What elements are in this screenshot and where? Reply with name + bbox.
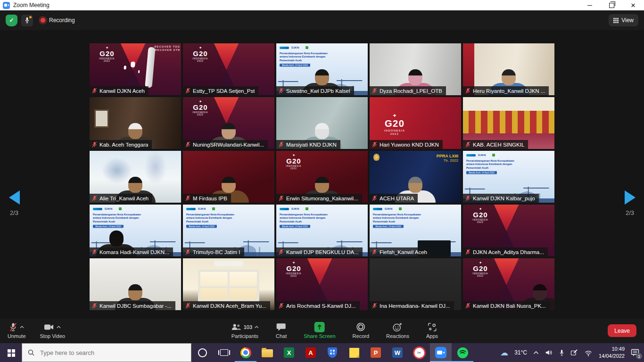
zoom-logo-icon <box>3 2 10 9</box>
window-controls: ✕ <box>579 0 644 10</box>
security-app-button[interactable] <box>322 343 343 362</box>
view-button[interactable]: View <box>609 14 638 26</box>
muted-mic-icon <box>91 249 98 255</box>
close-button[interactable]: ✕ <box>622 0 644 10</box>
participant-tile[interactable]: ✦ G20 INDONESIA2022 RECOVER TOGRECOVER S… <box>276 205 368 256</box>
volume-icon[interactable] <box>545 349 553 356</box>
participant-tile[interactable]: ✦ G20 INDONESIA2022 RECOVER TOGRECOVER S… <box>90 43 181 95</box>
sticky-notes-icon <box>349 348 359 358</box>
participant-tile[interactable]: ✦ G20 INDONESIA2022 RECOVER TOGRECOVER S… <box>183 97 274 149</box>
previous-page-control[interactable]: 2/3 <box>4 190 25 216</box>
participant-tile[interactable]: ✦ G20 INDONESIA2022 RECOVER TOGRECOVER S… <box>276 43 368 95</box>
wifi-icon[interactable] <box>584 349 593 356</box>
recording-indicator[interactable]: Recording <box>41 17 75 24</box>
temperature[interactable]: 31°C <box>514 349 527 356</box>
participant-name-tag: Dyza Rochadi_LPEI_OTB <box>370 86 446 95</box>
participant-tile[interactable]: ✦ G20 INDONESIA2022 RECOVER TOGRECOVER S… <box>370 205 461 256</box>
leave-button[interactable]: Leave <box>608 324 636 337</box>
cortana-icon <box>198 348 207 357</box>
eximbank-logo <box>280 208 289 210</box>
participant-tile[interactable]: ✦ G20 INDONESIA2022 RECOVER TOGRECOVER S… <box>463 97 554 149</box>
picture-frame <box>94 109 109 128</box>
participant-tile[interactable]: ✦ G20 INDONESIA2022 RECOVER TOGRECOVER S… <box>90 151 181 203</box>
participant-tile[interactable]: ✦ G20 INDONESIA2022 RECOVER TOGRECOVER S… <box>183 205 274 256</box>
participant-tile[interactable]: ✦ G20 INDONESIA2022 RECOVER TOGRECOVER S… <box>463 43 554 95</box>
participant-name: Kab. Aceh Tenggara <box>99 142 148 148</box>
taskbar-clock[interactable]: 10:49 14/04/2022 <box>599 346 625 360</box>
djkn-logo: DJKN <box>198 207 206 211</box>
weather-icon[interactable]: ☁ <box>500 349 508 357</box>
screen-capture-button[interactable]: ✂ <box>408 343 430 362</box>
task-view-button[interactable] <box>213 343 235 362</box>
action-center-button[interactable]: 1 <box>631 349 639 356</box>
search-input[interactable] <box>22 349 191 357</box>
zoom-app-icon <box>435 347 446 358</box>
tray-expand-caret-icon[interactable] <box>533 351 539 354</box>
participant-tile[interactable]: ✦ G20 INDONESIA2022 RECOVER TOGRECOVER S… <box>276 97 368 149</box>
file-explorer-button[interactable] <box>256 343 278 362</box>
next-page-control[interactable]: 2/3 <box>619 190 640 216</box>
restore-button[interactable] <box>601 0 622 10</box>
zoom-app-button[interactable] <box>430 343 452 362</box>
tray-mic-icon[interactable] <box>559 349 564 356</box>
participants-button[interactable]: 103 Participants <box>231 321 259 339</box>
muted-mic-icon <box>278 141 284 148</box>
acrobat-button[interactable]: A <box>300 343 322 362</box>
muted-mic-icon <box>278 88 284 94</box>
participant-name-tag: Kab. Aceh Tenggara <box>90 140 152 149</box>
participant-tile[interactable]: ✦ G20 INDONESIA2022 RECOVER TOGRECOVER S… <box>370 97 461 149</box>
participant-tile[interactable]: ✦ G20 INDONESIA2022 RECOVER TOGRECOVER S… <box>90 205 181 256</box>
participant-name: Trimulyo-BC Jatim I <box>193 249 240 255</box>
sticky-notes-button[interactable] <box>343 343 365 362</box>
reactions-button[interactable]: Reactions <box>386 321 409 339</box>
gold-emblem-icon <box>373 154 380 161</box>
participant-tile[interactable]: ✦ G20 INDONESIA2022 RECOVER TOGRECOVER S… <box>370 151 461 203</box>
participant-tile[interactable]: ✦ G20 INDONESIA2022 RECOVER TOGRECOVER S… <box>276 258 368 310</box>
apps-button[interactable]: Apps <box>426 321 438 339</box>
spotify-button[interactable] <box>452 343 473 362</box>
cortana-button[interactable] <box>191 343 213 362</box>
unmute-options-caret-icon[interactable] <box>20 326 24 329</box>
muted-mic-icon <box>91 141 98 148</box>
participant-tile[interactable]: ✦ G20 INDONESIA2022 RECOVER TOGRECOVER S… <box>183 151 274 203</box>
muted-mic-icon <box>372 303 378 309</box>
participant-tile[interactable]: ✦ G20 INDONESIA2022 RECOVER TOGRECOVER S… <box>183 258 274 310</box>
participant-tile[interactable]: ✦ G20 INDONESIA2022 RECOVER TOGRECOVER S… <box>90 258 181 310</box>
next-page-arrow-icon[interactable] <box>625 190 636 205</box>
participant-tile[interactable]: ✦ G20 INDONESIA2022 RECOVER TOGRECOVER S… <box>370 258 461 310</box>
minimize-button[interactable] <box>579 0 601 10</box>
participant-tile[interactable]: ✦ G20 INDONESIA2022 RECOVER TOGRECOVER S… <box>463 151 554 203</box>
start-button[interactable] <box>0 343 22 362</box>
mic-alert-dot <box>29 16 32 18</box>
windows-logo-icon <box>8 349 11 353</box>
participant-tile[interactable]: ✦ G20 INDONESIA2022 RECOVER TOGRECOVER S… <box>90 97 181 149</box>
video-options-caret-icon[interactable] <box>57 326 61 329</box>
muted-mic-icon <box>372 195 378 201</box>
unmute-button[interactable]: Unmute <box>8 321 26 339</box>
share-screen-button[interactable]: Share Screen <box>304 321 335 339</box>
participant-tile[interactable]: ✦ G20 INDONESIA2022 RECOVER TOGRECOVER S… <box>370 43 461 95</box>
participant-name: Kanwil DJP BENGKULU DA... <box>286 249 359 255</box>
stop-video-button[interactable]: Stop Video <box>40 321 66 339</box>
banner-date-pill: Banda Aceh, 14 April 2022 <box>466 171 497 174</box>
participant-tile[interactable]: ✦ G20 INDONESIA2022 RECOVER TOGRECOVER S… <box>463 205 554 256</box>
chat-button[interactable]: Chat <box>276 321 287 339</box>
participant-tile[interactable]: ✦ G20 INDONESIA2022 RECOVER TOGRECOVER S… <box>463 258 554 310</box>
pen-icon[interactable] <box>570 349 578 356</box>
eximbank-banner: DJKN Penandatanganan Nota Kesepakatan an… <box>373 207 459 239</box>
chat-icon <box>276 323 286 331</box>
participant-name-tag: Estty_TP SDA Setjen_Pst <box>183 86 258 95</box>
security-shield-icon[interactable]: ✓ <box>6 15 17 26</box>
participants-caret-icon[interactable] <box>255 326 259 329</box>
excel-button[interactable]: X <box>278 343 300 362</box>
chrome-button[interactable] <box>235 343 256 362</box>
word-button[interactable]: W <box>387 343 408 362</box>
participant-tile[interactable]: ✦ G20 INDONESIA2022 RECOVER TOGRECOVER S… <box>183 43 274 95</box>
participant-tile[interactable]: ✦ G20 INDONESIA2022 RECOVER TOGRECOVER S… <box>276 151 368 203</box>
audio-settings-chip[interactable] <box>21 15 33 26</box>
g20-logo: ✦ G20 INDONESIA2022 <box>467 207 494 230</box>
previous-page-arrow-icon[interactable] <box>9 190 20 205</box>
powerpoint-button[interactable]: P <box>365 343 387 362</box>
taskbar-search[interactable] <box>22 343 191 362</box>
record-button[interactable]: Record <box>353 321 369 339</box>
